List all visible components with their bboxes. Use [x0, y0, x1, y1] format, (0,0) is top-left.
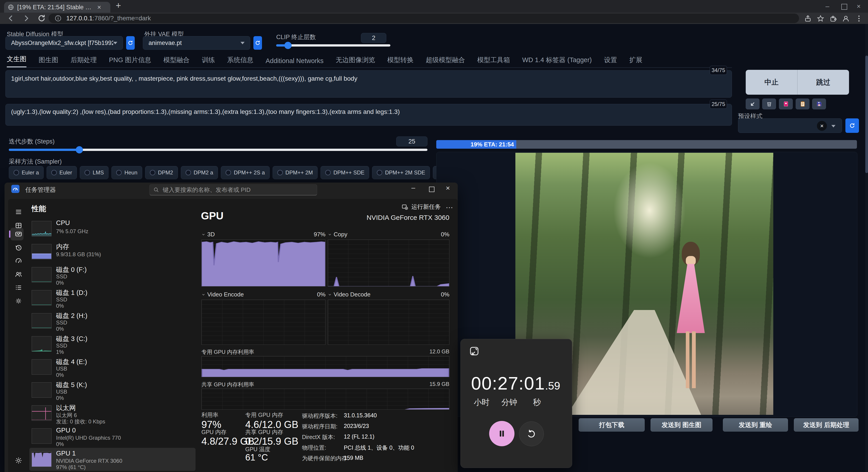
output-button-1[interactable]: 打包下载	[579, 418, 645, 432]
perf-sidebar-item-磁盘5k[interactable]: 磁盘 5 (K:)USB0%	[29, 379, 195, 402]
clear-selection-icon[interactable]: ×	[817, 121, 827, 131]
reset-button[interactable]	[519, 421, 544, 446]
perf-sidebar-item-gpu0[interactable]: GPU 0Intel(R) UHD Graphics 7700%	[29, 425, 195, 448]
tab-3[interactable]: 后期处理	[70, 56, 97, 67]
interrupt-button[interactable]: 中止	[746, 70, 798, 95]
task-manager-search[interactable]: 键入要搜索的名称、发布者或 PID	[149, 184, 317, 195]
window-maximize-button[interactable]	[841, 4, 847, 10]
chevron-down-icon[interactable]	[202, 232, 206, 237]
negative-prompt-textarea[interactable]: (ugly:1.3),(low quality:2) ,(low res),(b…	[5, 104, 732, 126]
back-icon[interactable]	[6, 14, 16, 23]
clip-skip-value[interactable]: 2	[361, 33, 386, 43]
perf-sidebar-item-以太网[interactable]: 以太网以太网 6发送: 0 接收: 0 Kbps	[29, 402, 195, 425]
perf-sidebar-item-内存[interactable]: 内存9.9/31.8 GB (31%)	[29, 241, 195, 263]
steps-slider[interactable]	[9, 149, 428, 151]
tm-minimize-button[interactable]: –	[411, 184, 415, 192]
prompt-textarea[interactable]: 1girl,short hair,outdoor,blue sky,best q…	[5, 70, 732, 98]
window-minimize-button[interactable]: –	[826, 0, 829, 13]
tab-2[interactable]: 图生图	[39, 56, 58, 67]
skip-button[interactable]: 跳过	[798, 70, 849, 95]
vae-dropdown[interactable]: animevae.pt	[143, 36, 250, 50]
tm-maximize-button[interactable]	[429, 187, 434, 192]
tab-4[interactable]: PNG 图片信息	[109, 56, 151, 67]
sampler-option[interactable]: DPM2 a	[181, 166, 218, 179]
sampler-option[interactable]: DPM++ 2M SDE	[372, 166, 430, 179]
tab-15[interactable]: 扩展	[629, 56, 643, 67]
tm-settings-button[interactable]	[11, 454, 26, 467]
chevron-down-icon[interactable]	[328, 232, 332, 237]
clear-trash-button[interactable]	[762, 98, 776, 109]
chevron-down-icon[interactable]	[202, 292, 206, 297]
sampler-option[interactable]: DPM2	[145, 166, 178, 179]
model-refresh-button[interactable]	[126, 36, 135, 50]
perf-sidebar-item-磁盘4e[interactable]: 磁盘 4 (E:)USB0%	[29, 356, 195, 379]
sampler-option[interactable]: Euler a	[9, 166, 43, 179]
sampler-option[interactable]: LMS	[80, 166, 108, 179]
output-button-4[interactable]: 发送到 后期处理	[794, 418, 859, 432]
forward-icon[interactable]	[22, 14, 31, 23]
rail-performance-button[interactable]	[11, 228, 26, 241]
tab-5[interactable]: 模型融合	[163, 56, 190, 67]
perf-sidebar-item-磁盘3c[interactable]: 磁盘 3 (C:)SSD1%	[29, 333, 195, 356]
tab-14[interactable]: 设置	[604, 56, 617, 67]
pause-button[interactable]	[489, 421, 515, 446]
extensions-puzzle-icon[interactable]	[829, 14, 837, 23]
clip-skip-slider-handle[interactable]	[284, 42, 291, 49]
sampler-option[interactable]: DPM++ 2S a	[221, 166, 270, 179]
styles-dropdown[interactable]: ×	[738, 118, 842, 133]
sampler-option[interactable]: Euler	[46, 166, 77, 179]
rail-details-button[interactable]	[11, 281, 26, 294]
chevron-down-icon[interactable]	[328, 292, 332, 297]
site-info-icon[interactable]	[55, 15, 62, 22]
output-button-2[interactable]: 发送到 图生图	[651, 418, 712, 432]
window-close-button[interactable]: ×	[857, 0, 861, 13]
paste-arrow-button[interactable]	[746, 98, 760, 109]
rail-startup-apps-button[interactable]	[11, 255, 26, 267]
rail-services-button[interactable]	[11, 295, 26, 307]
perf-sidebar-item-磁盘0f[interactable]: 磁盘 0 (F:)SSD0%	[29, 263, 195, 286]
tab-close-icon[interactable]: ×	[97, 3, 101, 11]
tm-close-button[interactable]: ×	[446, 184, 450, 192]
rail-users-button[interactable]	[11, 268, 26, 281]
restore-window-icon[interactable]	[469, 345, 480, 357]
model-dropdown[interactable]: AbyssOrangeMix2_sfw.ckpt [f75b19923f]	[5, 36, 123, 50]
sampler-option[interactable]: Heun	[112, 166, 142, 179]
bookmark-star-icon[interactable]	[816, 14, 825, 23]
share-icon[interactable]	[804, 14, 812, 23]
rail-app-history-button[interactable]	[11, 241, 26, 254]
new-tab-button[interactable]: +	[116, 0, 121, 11]
tab-10[interactable]: 模型转换	[387, 56, 413, 67]
styles-refresh-button[interactable]	[845, 118, 859, 133]
steps-slider-handle[interactable]	[76, 146, 83, 153]
url-bar[interactable]: 127.0.0.1:7860/?_theme=dark	[49, 13, 799, 23]
output-button-3[interactable]: 发送到 重绘	[723, 418, 788, 432]
tab-9[interactable]: 无边图像浏览	[336, 56, 375, 67]
rail-hamburger-menu-button[interactable]	[11, 206, 26, 218]
perf-sidebar-item-磁盘2h[interactable]: 磁盘 2 (H:)SSD0%	[29, 310, 195, 333]
browser-tab[interactable]: [19% ETA: 21:54] Stable Diffu ×	[4, 2, 110, 13]
perf-sidebar-item-磁盘1d[interactable]: 磁盘 1 (D:)SSD0%	[29, 286, 195, 310]
tab-13[interactable]: WD 1.4 标签器 (Tagger)	[522, 56, 592, 67]
vae-refresh-button[interactable]	[253, 36, 262, 50]
tab-11[interactable]: 超级模型融合	[426, 56, 465, 67]
tab-1[interactable]: 文生图	[7, 55, 26, 67]
tab-7[interactable]: 系统信息	[227, 56, 253, 67]
clip-skip-slider[interactable]	[276, 44, 391, 46]
page-scrollbar[interactable]	[865, 24, 868, 472]
perf-sidebar-item-cpu[interactable]: CPU7% 5.07 GHz	[29, 217, 195, 241]
tab-12[interactable]: 模型工具箱	[477, 56, 510, 67]
tab-6[interactable]: 训练	[202, 56, 215, 67]
run-new-task-button[interactable]: 运行新任务	[401, 203, 441, 211]
menu-kebab-icon[interactable]	[855, 14, 863, 23]
more-options-button[interactable]: …	[445, 201, 453, 210]
perf-sidebar-item-gpu1[interactable]: GPU 1NVIDIA GeForce RTX 306097% (61 °C)	[29, 448, 195, 471]
extra-networks-button[interactable]	[779, 98, 793, 109]
sampler-option[interactable]: DPM++ 2M	[273, 166, 318, 179]
steps-value[interactable]: 25	[396, 136, 428, 147]
tab-8[interactable]: Additional Networks	[266, 57, 323, 67]
save-style-floppy-button[interactable]	[812, 98, 826, 109]
reload-icon[interactable]	[37, 14, 46, 23]
sampler-option[interactable]: DPM++ SDE	[320, 166, 369, 179]
profile-avatar-icon[interactable]	[842, 14, 850, 23]
apply-style-clipboard-button[interactable]	[796, 98, 809, 109]
